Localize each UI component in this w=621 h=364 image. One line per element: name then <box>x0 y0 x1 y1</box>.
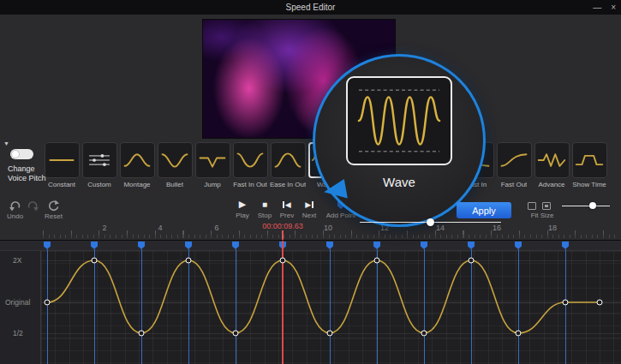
timeline-ruler[interactable]: 2 4 6 8 10 12 14 16 18 00:00:09.63 <box>0 221 621 240</box>
titlebar: Speed Editor — × <box>0 0 621 15</box>
axis-label-half: 1/2 <box>13 329 23 337</box>
fit-size-label: Fit Size <box>519 212 565 219</box>
redo-button[interactable] <box>27 200 39 212</box>
preset-item-constant[interactable]: Constant <box>43 142 81 188</box>
keyframe-line <box>424 249 425 364</box>
preset-label: Fast Out <box>501 181 528 188</box>
preset-thumbnail <box>120 142 155 178</box>
preset-item-advance[interactable]: Advance <box>533 142 570 188</box>
keyframe-line <box>94 249 95 364</box>
close-icon[interactable]: × <box>611 0 616 15</box>
ruler-number: 2 <box>102 224 106 232</box>
preset-thumbnail <box>45 142 80 178</box>
curve-point[interactable] <box>374 258 380 264</box>
stop-button[interactable]: ■ Stop <box>255 199 274 219</box>
zoom-slider[interactable] <box>562 202 610 210</box>
keyframe-line <box>188 249 189 364</box>
curve-point[interactable] <box>469 258 475 264</box>
callout-preset-card <box>346 76 452 165</box>
prev-button[interactable]: ◀ Prev <box>278 199 296 219</box>
current-time-label: 00:00:09.63 <box>260 222 306 230</box>
axis-label-2x: 2X <box>13 256 21 265</box>
fit-width-icon[interactable] <box>528 202 536 210</box>
prev-icon: ◀ <box>283 199 290 210</box>
preset-item-fast-in-out[interactable]: Fast In Out <box>231 142 269 188</box>
play-button[interactable]: ▶ Play <box>233 199 252 219</box>
curve-point[interactable] <box>597 300 603 306</box>
undo-button[interactable]: Undo <box>7 200 23 220</box>
axis-column <box>0 251 41 364</box>
curve-point[interactable] <box>186 258 192 264</box>
jump-curve-icon <box>198 149 227 171</box>
curve-point[interactable] <box>563 300 569 306</box>
timeline-slider[interactable] <box>360 218 501 226</box>
curve-point[interactable] <box>280 258 286 264</box>
wave-callout: Wave <box>313 54 486 227</box>
preset-label: Custom <box>87 181 111 188</box>
preset-item-custom[interactable]: Custom <box>81 142 118 188</box>
preset-label: Advance <box>538 181 564 188</box>
keyframe-line <box>47 249 48 364</box>
curve-point[interactable] <box>45 300 51 306</box>
preset-thumbnail <box>233 142 268 178</box>
preset-thumbnail <box>82 142 117 178</box>
preset-item-show-time[interactable]: Show Time <box>570 142 608 188</box>
preset-thumbnail <box>158 142 193 178</box>
fit-size-icons <box>528 202 551 210</box>
constant-curve-icon <box>47 149 76 171</box>
preset-label: Ease In Out <box>270 181 306 188</box>
collapse-arrow-icon[interactable]: ▼ <box>3 140 9 146</box>
preset-label: Constant <box>48 181 75 188</box>
keyframe-line <box>236 249 236 364</box>
apply-button[interactable]: Apply <box>457 202 511 218</box>
play-icon: ▶ <box>239 199 246 210</box>
preset-label: Show Time <box>572 181 606 188</box>
ruler-number: 4 <box>158 224 162 232</box>
preset-thumbnail <box>271 142 306 178</box>
fast-in-out-curve-icon <box>236 149 265 171</box>
fit-size-icon[interactable] <box>542 202 551 210</box>
ruler-minor-ticks <box>43 235 617 238</box>
speed-editor-window: Speed Editor — × ▼ Change Voice Pitch Co… <box>0 0 621 364</box>
zoom-slider-track <box>562 206 610 206</box>
preset-thumbnail <box>572 142 607 178</box>
level-line-original <box>41 302 621 303</box>
preset-item-montage[interactable]: Montage <box>118 142 156 188</box>
keyframe-line <box>141 249 142 364</box>
curve-point[interactable] <box>421 331 427 337</box>
reset-icon <box>47 200 60 212</box>
preset-item-jump[interactable]: Jump <box>194 142 231 188</box>
bullet-curve-icon <box>160 149 189 171</box>
montage-curve-icon <box>122 149 152 171</box>
redo-icon <box>27 200 39 212</box>
preset-item-fast-out[interactable]: Fast Out <box>495 142 533 188</box>
ruler-number: 18 <box>548 224 557 232</box>
preset-label: Jump <box>204 181 221 188</box>
reset-button[interactable]: Reset <box>45 200 63 220</box>
playhead-tick[interactable] <box>282 230 284 240</box>
curve-point[interactable] <box>516 331 522 337</box>
window-title: Speed Editor <box>286 3 336 12</box>
ease-in-out-curve-icon <box>273 149 302 171</box>
stop-icon: ■ <box>262 199 267 210</box>
preset-thumbnail <box>497 142 532 178</box>
curve-grid <box>41 251 621 364</box>
preset-thumbnail <box>534 142 570 178</box>
preset-item-bullet[interactable]: Bullet <box>156 142 194 188</box>
curve-point[interactable] <box>92 258 98 264</box>
slider-knob[interactable] <box>427 218 434 226</box>
speed-curve-editor[interactable]: 2X Original 1/2 <box>0 240 621 364</box>
undo-icon <box>9 200 21 212</box>
keyframe-line <box>518 249 519 364</box>
keyframe-line <box>377 249 378 364</box>
curve-point[interactable] <box>327 331 333 337</box>
preset-item-ease-in-out[interactable]: Ease In Out <box>269 142 307 188</box>
minimize-icon[interactable]: — <box>593 0 601 15</box>
voice-pitch-toggle[interactable] <box>10 149 33 159</box>
keyframe-line <box>471 249 472 364</box>
curve-point[interactable] <box>233 331 239 337</box>
keyframe-line <box>565 249 566 364</box>
ruler-number: 6 <box>214 224 218 232</box>
curve-point[interactable] <box>139 331 145 337</box>
zoom-slider-knob[interactable] <box>589 202 596 209</box>
